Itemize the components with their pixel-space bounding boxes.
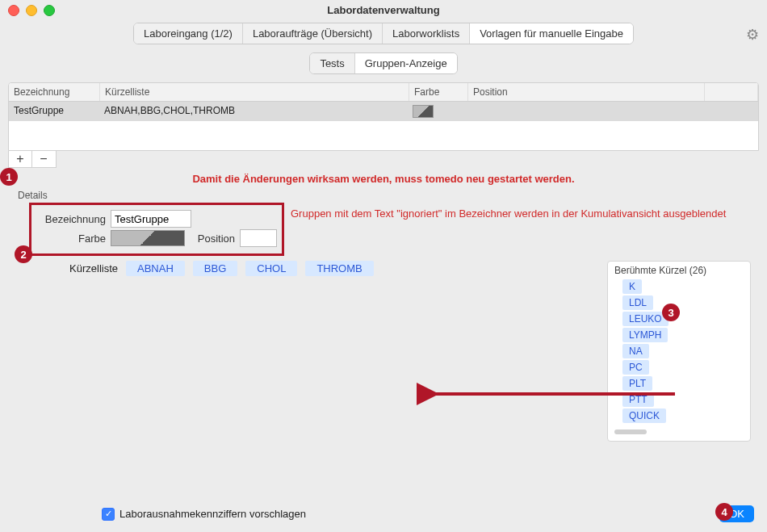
primary-segmented: Laboreingang (1/2) Laboraufträge (Übersi… bbox=[133, 23, 634, 44]
add-remove-bar: + − bbox=[8, 151, 57, 168]
th-extra bbox=[705, 83, 758, 101]
label-position: Position bbox=[190, 232, 235, 245]
famous-item[interactable]: QUICK bbox=[622, 408, 666, 423]
label-kuerzelliste: Kürzelliste bbox=[29, 261, 118, 274]
label-farbe: Farbe bbox=[36, 232, 106, 245]
table-row[interactable]: TestGruppe ABNAH,BBG,CHOL,THROMB bbox=[9, 102, 758, 121]
selected-tokens: ABNAH BBG CHOL THROMB bbox=[126, 261, 594, 276]
token-bbg[interactable]: BBG bbox=[193, 261, 237, 276]
traffic-lights bbox=[8, 5, 55, 16]
tab-laborauftraege[interactable]: Laboraufträge (Übersicht) bbox=[243, 23, 383, 44]
token-abnah[interactable]: ABNAH bbox=[126, 261, 185, 276]
details-highlight: Bezeichnung Farbe Position bbox=[29, 203, 284, 256]
callout-4: 4 bbox=[715, 503, 733, 521]
titlebar: Labordatenverwaltung bbox=[0, 0, 767, 19]
secondary-tab-row: Tests Gruppen-Anzeige bbox=[0, 48, 767, 74]
callout-3: 3 bbox=[662, 304, 680, 321]
th-kuerzelliste[interactable]: Kürzelliste bbox=[100, 83, 409, 101]
label-bezeichnung: Bezeichnung bbox=[36, 213, 106, 225]
color-picker[interactable] bbox=[111, 230, 185, 246]
tab-laborworklists[interactable]: Laborworklists bbox=[383, 23, 470, 44]
cell-farbe bbox=[408, 102, 466, 121]
callout-2: 2 bbox=[15, 245, 32, 263]
secondary-segmented: Tests Gruppen-Anzeige bbox=[309, 52, 457, 74]
token-area: ABNAH BBG CHOL THROMB bbox=[126, 261, 594, 450]
input-position[interactable] bbox=[240, 229, 277, 247]
ignore-hint: Gruppen mit dem Text "ignoriert" im Beze… bbox=[291, 203, 726, 220]
famous-title: Berühmte Kürzel (26) bbox=[614, 265, 744, 276]
details-panel: Bezeichnung Farbe Position Gruppen mit d… bbox=[29, 203, 751, 450]
cell-bezeichnung: TestGruppe bbox=[9, 102, 99, 121]
checkbox-label: Laborausnahmekennziffern vorschlagen bbox=[119, 508, 306, 520]
famous-item[interactable]: NA bbox=[622, 344, 649, 358]
famous-item[interactable]: PTT bbox=[622, 392, 654, 407]
scrollbar[interactable] bbox=[614, 429, 647, 434]
famous-list[interactable]: K LDL LEUKO LYMPH NA PC PLT PTT QUICK bbox=[614, 279, 744, 425]
cell-position bbox=[466, 102, 702, 121]
bottom-bar: ✓ Laborausnahmekennziffern vorschlagen O… bbox=[0, 505, 767, 522]
checkbox-row: ✓ Laborausnahmekennziffern vorschlagen bbox=[102, 508, 306, 521]
th-bezeichnung[interactable]: Bezeichnung bbox=[9, 83, 100, 101]
remove-button[interactable]: − bbox=[32, 151, 55, 167]
tab-tests[interactable]: Tests bbox=[310, 53, 354, 73]
checkbox-laborausnahme[interactable]: ✓ bbox=[102, 508, 115, 521]
famous-item[interactable]: LDL bbox=[622, 295, 653, 310]
window-title: Labordatenverwaltung bbox=[327, 4, 439, 16]
dropzone[interactable] bbox=[126, 281, 594, 450]
famous-panel: Berühmte Kürzel (26) K LDL LEUKO LYMPH N… bbox=[607, 261, 751, 442]
token-thromb[interactable]: THROMB bbox=[305, 261, 373, 276]
minimize-icon[interactable] bbox=[26, 5, 37, 16]
token-chol[interactable]: CHOL bbox=[245, 261, 297, 276]
th-farbe[interactable]: Farbe bbox=[409, 83, 468, 101]
content: Bezeichnung Kürzelliste Farbe Position T… bbox=[8, 82, 759, 450]
tab-vorlagen-manuell[interactable]: Vorlagen für manuelle Eingabe bbox=[470, 23, 633, 44]
famous-item[interactable]: PC bbox=[622, 360, 649, 375]
famous-item[interactable]: K bbox=[622, 279, 642, 294]
tab-gruppen-anzeige[interactable]: Gruppen-Anzeige bbox=[355, 53, 457, 73]
color-swatch-icon bbox=[413, 105, 434, 118]
kuerzel-row: Kürzelliste ABNAH BBG CHOL THROMB Berühm… bbox=[29, 261, 751, 450]
primary-tab-row: Laboreingang (1/2) Laboraufträge (Übersi… bbox=[0, 23, 767, 44]
groups-table: Bezeichnung Kürzelliste Farbe Position T… bbox=[8, 82, 759, 151]
th-position[interactable]: Position bbox=[468, 83, 705, 101]
table-header: Bezeichnung Kürzelliste Farbe Position bbox=[9, 83, 758, 102]
close-icon[interactable] bbox=[8, 5, 19, 16]
famous-item[interactable]: PLT bbox=[622, 376, 652, 391]
restart-warning: Damit die Änderungen wirksam werden, mus… bbox=[8, 173, 759, 185]
cell-kuerzelliste: ABNAH,BBG,CHOL,THROMB bbox=[99, 102, 408, 121]
table-body: TestGruppe ABNAH,BBG,CHOL,THROMB bbox=[9, 102, 758, 150]
input-bezeichnung[interactable] bbox=[111, 210, 191, 228]
tab-laboreingang[interactable]: Laboreingang (1/2) bbox=[134, 23, 243, 44]
details-section-label: Details bbox=[18, 190, 759, 201]
add-button[interactable]: + bbox=[9, 151, 32, 167]
famous-item[interactable]: LYMPH bbox=[622, 328, 668, 342]
callout-1: 1 bbox=[0, 168, 18, 186]
maximize-icon[interactable] bbox=[44, 5, 55, 16]
gear-icon[interactable]: ⚙ bbox=[746, 26, 759, 44]
